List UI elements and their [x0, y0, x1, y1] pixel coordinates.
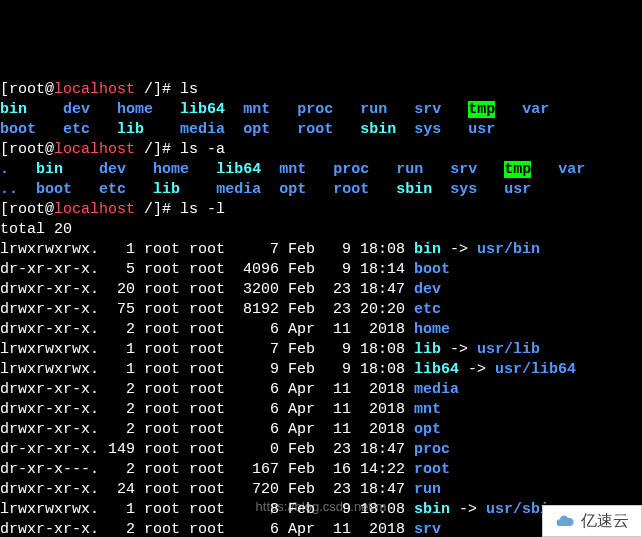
watermark-text: https://blog.csdn.net/m	[256, 497, 387, 517]
cloud-icon	[555, 511, 575, 531]
brand-label: 亿速云	[581, 511, 629, 531]
brand-badge: 亿速云	[542, 505, 642, 537]
terminal-output: [root@localhost /]# lsbin dev home lib64…	[0, 80, 642, 537]
